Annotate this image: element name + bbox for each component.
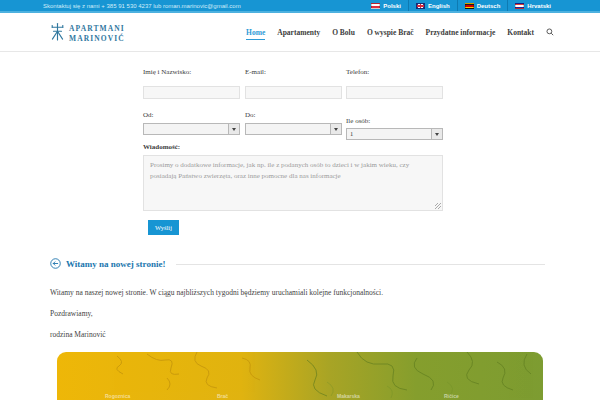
chevron-down-icon — [431, 129, 442, 139]
name-input[interactable] — [143, 86, 240, 99]
language-label: Hrvatski — [527, 3, 551, 9]
chevron-down-icon — [330, 124, 341, 134]
welcome-section-header: Witamy na nowej stronie! — [50, 258, 545, 270]
message-placeholder: Prosimy o dodatkowe informacje, jak np. … — [150, 161, 409, 180]
date-to-select[interactable] — [245, 123, 342, 135]
terrain-map[interactable]: Rogoznica Brač Makarska Ričice — [57, 352, 543, 400]
language-label: Deutsch — [477, 3, 501, 9]
date-from-select[interactable] — [143, 123, 240, 135]
language-switcher: Polski English Deutsch Hrvatski — [364, 0, 558, 11]
divider — [176, 264, 545, 265]
nav-o-bolu[interactable]: O Bolu — [332, 25, 355, 39]
map-label: Rogoznica — [105, 393, 130, 399]
flag-poland-icon — [371, 3, 380, 9]
flag-uk-icon — [416, 3, 425, 9]
welcome-signature: rodzina Marinović — [50, 330, 106, 339]
submit-button[interactable]: Wyślij — [148, 220, 179, 235]
language-label: Polski — [383, 3, 401, 9]
name-label: Imię i Nazwisko: — [143, 68, 191, 76]
logo-anchor-icon — [50, 22, 65, 45]
nav-przydatne-informacje[interactable]: Przydatne informacje — [426, 25, 496, 39]
phone-input[interactable] — [346, 86, 443, 99]
contact-info: Skontaktuj się z nami + 385 91 530 4237 … — [43, 3, 241, 9]
message-textarea[interactable]: Prosimy o dodatkowe informacje, jak np. … — [143, 155, 443, 211]
resize-grip-icon[interactable] — [435, 203, 441, 209]
site-logo[interactable]: APARTMANI MARINOVIĆ — [50, 22, 125, 45]
map-label: Makarska — [337, 393, 360, 399]
reply-arrow-icon — [50, 255, 61, 273]
search-icon[interactable] — [546, 28, 554, 36]
welcome-paragraph: Witamy na naszej nowej stronie. W ciągu … — [50, 288, 545, 297]
welcome-regards: Pozdrawiamy, — [50, 309, 93, 318]
persons-value: 1 — [350, 130, 353, 137]
date-from-label: Od: — [143, 111, 154, 119]
flag-germany-icon — [465, 3, 474, 9]
map-label: Brač — [217, 393, 228, 399]
email-input[interactable] — [245, 86, 342, 99]
nav-home[interactable]: Home — [246, 25, 265, 40]
nav-kontakt[interactable]: Kontakt — [507, 25, 534, 39]
page: Skontaktuj się z nami + 385 91 530 4237 … — [0, 0, 600, 400]
phone-label: Telefon: — [346, 68, 369, 76]
language-english[interactable]: English — [408, 0, 457, 11]
site-header: APARTMANI MARINOVIĆ Home Apartamenty O B… — [0, 13, 600, 52]
map-label: Ričice — [444, 393, 459, 399]
language-polski[interactable]: Polski — [364, 0, 408, 11]
language-hrvatski[interactable]: Hrvatski — [507, 0, 558, 11]
date-to-label: Do: — [245, 111, 256, 119]
email-label: E-mail: — [245, 68, 266, 76]
welcome-title: Witamy na nowej stronie! — [66, 259, 165, 269]
nav-o-wyspie-brac[interactable]: O wyspie Brač — [367, 25, 414, 39]
message-label: Wiadomość: — [143, 143, 180, 151]
logo-text: APARTMANI MARINOVIĆ — [69, 24, 125, 43]
chevron-down-icon — [228, 124, 239, 134]
persons-select[interactable]: 1 — [346, 128, 443, 140]
language-deutsch[interactable]: Deutsch — [457, 0, 508, 11]
nav-apartamenty[interactable]: Apartamenty — [277, 25, 320, 39]
persons-label: Ile osób: — [346, 117, 370, 125]
language-label: English — [428, 3, 450, 9]
topbar: Skontaktuj się z nami + 385 91 530 4237 … — [0, 0, 600, 13]
flag-croatia-icon — [515, 3, 524, 9]
main-nav: Home Apartamenty O Bolu O wyspie Brač Pr… — [246, 13, 554, 51]
